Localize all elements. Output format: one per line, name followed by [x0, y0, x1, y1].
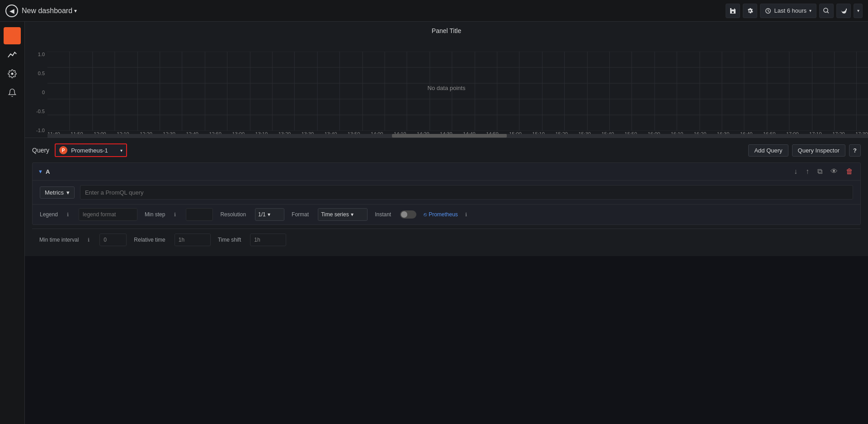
resolution-label: Resolution	[220, 211, 246, 218]
svg-point-1	[824, 8, 828, 12]
format-label: Format	[292, 211, 309, 218]
relative-time-input[interactable]	[175, 233, 211, 246]
promql-input[interactable]	[80, 185, 853, 200]
min-step-label: Min step	[145, 211, 165, 218]
instant-label: Instant	[375, 211, 391, 218]
relative-time-label: Relative time	[134, 237, 165, 243]
options-row: Legend ℹ Min step ℹ Resolution 1/1 ▾ For…	[33, 205, 860, 224]
query-row-a-header: ▼ A ↓ ↑ ⧉ 👁 🗑	[33, 163, 860, 181]
query-header: Query P Prometheus-1 ▾ Add Query Query I…	[32, 143, 861, 157]
add-query-button[interactable]: Add Query	[748, 144, 788, 157]
bottom-options-row: Min time interval ℹ Relative time Time s…	[32, 229, 861, 251]
metrics-label: Metrics	[45, 189, 64, 196]
top-navbar: ◀ New dashboard ▾ Last 6 hours ▾ ▾	[0, 0, 868, 22]
query-row-toggle[interactable]: ▼	[38, 169, 43, 174]
chart-scrollbar[interactable]	[47, 134, 868, 138]
prometheus-info-icon[interactable]: ℹ	[465, 212, 467, 218]
y-label-1: 1.0	[38, 52, 45, 57]
query-row-letter: A	[46, 168, 50, 175]
panel-area: Panel Title 1.0 0.5 0 -0.5 -1.0	[25, 22, 868, 138]
toggle-visibility-button[interactable]: 👁	[829, 167, 840, 176]
resolution-value: 1/1	[258, 211, 266, 218]
query-row-a: ▼ A ↓ ↑ ⧉ 👁 🗑 Metrics ▾	[32, 162, 861, 225]
time-shift-input[interactable]	[250, 233, 286, 246]
min-time-interval-info-icon[interactable]: ℹ	[88, 237, 90, 243]
resolution-caret-icon: ▾	[268, 211, 270, 218]
prometheus-link[interactable]: ⎋ Prometheus	[424, 211, 458, 218]
help-button[interactable]: ?	[849, 144, 861, 157]
min-time-interval-input[interactable]	[99, 233, 127, 246]
datasource-name: Prometheus-1	[71, 147, 108, 154]
y-label-2: 0.5	[38, 71, 45, 76]
back-button[interactable]: ◀	[5, 5, 18, 17]
y-label-3: 0	[42, 90, 45, 95]
svg-point-3	[11, 73, 14, 75]
sidebar-item-visualization[interactable]	[4, 46, 21, 63]
time-picker-button[interactable]: Last 6 hours ▾	[760, 4, 816, 18]
chart-container: 1.0 0.5 0 -0.5 -1.0	[25, 38, 868, 138]
y-axis: 1.0 0.5 0 -0.5 -1.0	[25, 52, 47, 133]
sidebar-item-settings[interactable]	[4, 65, 21, 82]
query-section: Query P Prometheus-1 ▾ Add Query Query I…	[25, 138, 868, 256]
datasource-caret-icon: ▾	[120, 148, 123, 153]
refresh-button[interactable]	[836, 4, 851, 18]
metrics-row: Metrics ▾	[33, 181, 860, 205]
chart-scrollbar-thumb[interactable]	[392, 134, 507, 138]
legend-input[interactable]	[79, 208, 137, 221]
format-caret-icon: ▾	[351, 211, 354, 218]
move-up-button[interactable]: ↑	[804, 167, 811, 176]
min-time-interval-label: Min time interval	[39, 237, 79, 243]
query-label: Query	[32, 147, 49, 154]
dashboard-title: New dashboard	[22, 7, 72, 15]
main-content: Panel Title 1.0 0.5 0 -0.5 -1.0	[25, 22, 868, 424]
min-step-input[interactable]	[186, 208, 213, 221]
delete-button[interactable]: 🗑	[844, 167, 855, 176]
query-actions: Add Query Query Inspector ?	[748, 144, 861, 157]
nav-right-actions: Last 6 hours ▾ ▾	[726, 4, 863, 18]
sidebar-item-alerts[interactable]	[4, 84, 21, 101]
duplicate-button[interactable]: ⧉	[816, 167, 824, 176]
time-shift-label: Time shift	[218, 237, 241, 243]
datasource-selector[interactable]: P Prometheus-1 ▾	[55, 143, 127, 157]
format-value: Time series	[321, 211, 349, 218]
sidebar-item-datasource[interactable]	[4, 27, 21, 44]
min-step-info-icon[interactable]: ℹ	[174, 212, 176, 218]
instant-toggle[interactable]	[400, 210, 416, 219]
legend-label: Legend	[40, 211, 58, 218]
format-select[interactable]: Time series ▾	[318, 208, 368, 221]
toggle-knob	[401, 211, 407, 218]
back-arrow-icon: ◀	[9, 7, 14, 14]
prometheus-link-icon: ⎋	[424, 211, 427, 218]
y-label-4: -0.5	[36, 109, 45, 114]
y-label-5: -1.0	[36, 128, 45, 133]
legend-info-icon[interactable]: ℹ	[67, 212, 69, 218]
metrics-caret-icon: ▾	[66, 189, 70, 196]
save-dashboard-button[interactable]	[726, 4, 740, 18]
left-sidebar	[0, 22, 25, 424]
refresh-interval-button[interactable]: ▾	[854, 4, 863, 18]
prometheus-link-label: Prometheus	[429, 211, 458, 218]
query-inspector-button[interactable]: Query Inspector	[792, 144, 846, 157]
move-down-button[interactable]: ↓	[792, 167, 799, 176]
time-picker-caret-icon: ▾	[809, 8, 811, 13]
search-button[interactable]	[819, 4, 834, 18]
chart-grid	[47, 52, 868, 131]
prometheus-icon: P	[59, 146, 67, 154]
panel-title: Panel Title	[25, 25, 868, 38]
query-row-a-actions: ↓ ↑ ⧉ 👁 🗑	[792, 167, 855, 176]
no-data-label: No data points	[428, 85, 466, 91]
settings-button[interactable]	[743, 4, 757, 18]
resolution-select[interactable]: 1/1 ▾	[255, 208, 284, 221]
title-dropdown-icon[interactable]: ▾	[74, 8, 77, 14]
time-range-label: Last 6 hours	[774, 7, 807, 14]
metrics-button[interactable]: Metrics ▾	[40, 186, 75, 199]
